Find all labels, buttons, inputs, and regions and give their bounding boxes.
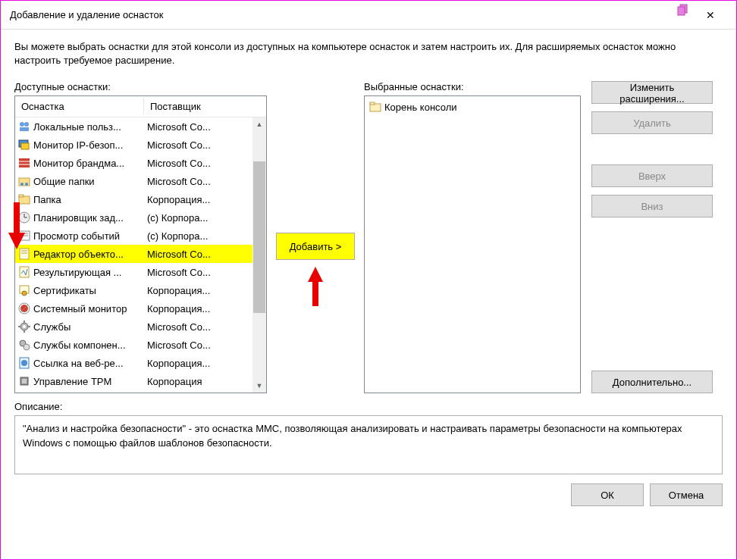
snapin-name: Редактор объекто... [33, 249, 124, 260]
gpo-editor-icon [18, 248, 30, 260]
svg-rect-36 [28, 326, 30, 327]
svg-point-38 [24, 344, 30, 350]
copy-icon [677, 4, 689, 18]
list-item[interactable]: Монитор IP-безоп...Microsoft Co... [15, 136, 252, 154]
list-item[interactable]: Редактор объекто...Microsoft Co... [15, 245, 252, 263]
selected-label: Выбранные оснастки: [364, 81, 581, 92]
remove-button: Удалить [591, 111, 713, 134]
svg-point-40 [21, 360, 27, 366]
snapin-vendor: Корпорация... [144, 194, 252, 205]
list-item[interactable]: Просмотр событий(c) Корпора... [15, 227, 252, 245]
snapin-vendor: Microsoft Co... [144, 267, 252, 278]
snapin-vendor: Microsoft Co... [144, 121, 252, 133]
rsop-icon [18, 266, 30, 278]
description-section: Описание: "Анализ и настройка безопаснос… [14, 401, 723, 474]
services-icon [18, 321, 30, 333]
svg-point-27 [22, 291, 27, 296]
col-name-header[interactable]: Оснастка [15, 98, 144, 115]
svg-rect-22 [20, 249, 29, 259]
snapin-vendor: Корпорация... [144, 303, 252, 314]
svg-rect-45 [370, 102, 375, 105]
list-item[interactable]: СлужбыMicrosoft Co... [15, 318, 252, 336]
close-button[interactable]: ✕ [694, 4, 727, 27]
list-item[interactable]: Ссылка на веб-ре...Корпорация... [15, 354, 252, 372]
description-box: "Анализ и настройка безопасности" - это … [14, 415, 723, 474]
snapin-name: Монитор брандма... [33, 158, 124, 169]
snapin-name: Просмотр событий [33, 230, 120, 242]
scroll-down-icon[interactable]: ▼ [252, 379, 266, 393]
scroll-track[interactable] [252, 131, 266, 379]
tpm-icon [18, 375, 30, 387]
list-item[interactable]: Планировщик зад...(c) Корпора... [15, 208, 252, 227]
dialog-buttons: ОК Отмена [14, 474, 723, 509]
svg-rect-1 [678, 7, 685, 15]
scrollbar[interactable]: ▲ ▼ [252, 117, 266, 393]
tree-root-item[interactable]: Корень консоли [368, 99, 577, 114]
col-vendor-header[interactable]: Поставщик [144, 98, 266, 115]
list-item[interactable]: Службы компонен...Microsoft Co... [15, 336, 252, 354]
snapin-name: Монитор IP-безоп... [33, 139, 123, 151]
svg-rect-35 [18, 326, 20, 327]
scroll-thumb[interactable] [253, 161, 265, 313]
perfmon-icon [18, 302, 30, 314]
list-item[interactable]: СертификатыКорпорация... [15, 281, 252, 299]
svg-point-13 [25, 183, 28, 186]
selected-listbox[interactable]: Корень консоли [364, 95, 581, 393]
list-item[interactable]: Локальные польз...Microsoft Co... [15, 117, 252, 136]
snapin-name: Общие папки [33, 176, 95, 187]
available-listbox[interactable]: Оснастка Поставщик Локальные польз...Mic… [14, 95, 267, 393]
list-item[interactable]: Системный мониторКорпорация... [15, 299, 252, 318]
svg-marker-2 [8, 202, 25, 249]
snapin-name: Службы компонен... [33, 339, 126, 351]
tree-root-label: Корень консоли [384, 102, 457, 113]
svg-rect-33 [24, 321, 25, 323]
svg-marker-43 [308, 267, 323, 306]
svg-point-12 [20, 183, 24, 186]
snapin-vendor: Корпорация [144, 376, 252, 387]
svg-rect-8 [19, 158, 30, 167]
selected-column: Выбранные оснастки: Корень консоли [364, 81, 581, 393]
svg-rect-5 [20, 127, 29, 131]
edit-extensions-button[interactable]: Изменить расширения... [591, 81, 713, 104]
list-item[interactable]: Результирующая ...Microsoft Co... [15, 263, 252, 281]
available-label: Доступные оснастки: [14, 81, 267, 92]
list-item[interactable]: Монитор брандма...Microsoft Co... [15, 154, 252, 172]
snapin-name: Сертификаты [33, 285, 96, 296]
list-item[interactable]: Общие папкиMicrosoft Co... [15, 172, 252, 190]
snapin-name: Планировщик зад... [33, 212, 124, 224]
snapin-name: Ссылка на веб-ре... [33, 358, 124, 369]
snapin-name: Результирующая ... [33, 267, 121, 278]
close-icon: ✕ [706, 9, 715, 21]
certificates-icon [18, 284, 30, 296]
snapin-name: Системный монитор [33, 303, 127, 314]
snapin-vendor: Microsoft Co... [144, 339, 252, 351]
shared-folders-icon [18, 175, 30, 187]
svg-rect-7 [21, 143, 29, 149]
right-column: Выбранные оснастки: Корень консоли Измен… [364, 81, 723, 393]
cancel-button[interactable]: Отмена [650, 483, 723, 506]
snapin-vendor: Microsoft Co... [144, 176, 252, 187]
intro-text: Вы можете выбрать оснастки для этой конс… [14, 40, 723, 67]
titlebar: Добавление и удаление оснасток ✕ [1, 1, 736, 30]
list-item[interactable]: Управление TPMКорпорация [15, 372, 252, 390]
svg-rect-15 [19, 195, 24, 197]
snapin-vendor: Microsoft Co... [144, 321, 252, 333]
advanced-button[interactable]: Дополнительно... [591, 371, 713, 393]
folder-icon [369, 101, 381, 113]
scroll-up-icon[interactable]: ▲ [252, 117, 266, 131]
available-rows: Локальные польз...Microsoft Co...Монитор… [15, 117, 252, 390]
svg-rect-34 [24, 330, 25, 333]
snapin-name: Локальные польз... [33, 121, 121, 133]
columns: Доступные оснастки: Оснастка Поставщик Л… [14, 81, 723, 393]
dialog-content: Вы можете выбрать оснастки для этой конс… [1, 30, 736, 559]
snapin-vendor: Microsoft Co... [144, 158, 252, 169]
middle-column: Добавить > [267, 81, 364, 393]
ok-button[interactable]: ОК [571, 483, 644, 506]
add-button[interactable]: Добавить > [276, 233, 355, 260]
web-link-icon [18, 357, 30, 369]
snapin-vendor: (c) Корпора... [144, 230, 252, 242]
list-item[interactable]: ПапкаКорпорация... [15, 190, 252, 208]
annotation-arrow-mid [308, 267, 323, 306]
window-title: Добавление и удаление оснасток [10, 9, 694, 20]
snapin-name: Службы [33, 321, 71, 333]
